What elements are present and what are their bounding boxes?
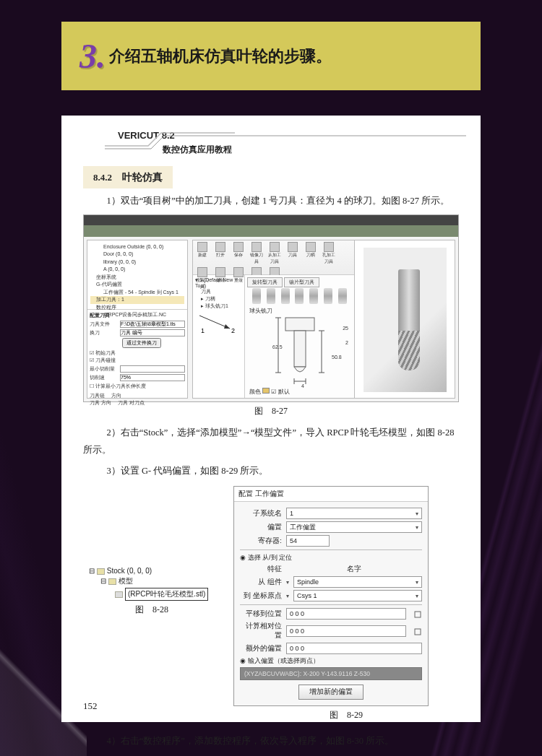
dim-value[interactable]: 25 — [343, 326, 348, 331]
arrow-annotation-icon: 12 — [195, 313, 238, 334]
render-viewport[interactable] — [364, 248, 447, 392]
svg-text:1: 1 — [201, 327, 205, 334]
project-tree-panel: Enclosure Outside (0, 0, 0) Door (0, 0, … — [87, 240, 188, 399]
calc-checkbox[interactable]: ☐ 计算最小刀具长伸长度 — [90, 383, 185, 390]
tree-item[interactable]: library (0, 0, 0) — [90, 258, 184, 266]
tree-node-stock[interactable]: ⊟ Stock (0, 0, 0) — [89, 567, 213, 575]
tool-type-icon[interactable] — [309, 288, 318, 304]
tree-item[interactable]: 坐标系统 — [90, 274, 184, 282]
extra-offset-input[interactable]: 0 0 0 — [286, 643, 422, 654]
add-offset-button[interactable]: 增加新的偏置 — [298, 685, 364, 700]
tree-item[interactable]: 刀具 — [201, 288, 242, 295]
link[interactable]: 方向 — [111, 393, 121, 398]
step-1-text: 1）双击“项目树”中的加工刀具，创建 1 号刀具：直径为 4 的球刀。如图 8-… — [83, 193, 459, 210]
ribbon-icon — [105, 130, 466, 150]
reset-icon[interactable] — [413, 609, 422, 618]
toolbar-button[interactable]: 新建 — [194, 242, 210, 265]
page-header: VERICUT 8.2 数控仿真应用教程 — [83, 130, 459, 152]
dialog-title: 配置 工作偏置 — [234, 487, 428, 502]
toolbar-button[interactable]: 刀具 — [285, 242, 301, 265]
field-label: 寄存器: — [240, 536, 282, 546]
from-component-select[interactable]: Spindle▾ — [293, 576, 422, 588]
field-label: 平移到位置 — [240, 609, 282, 619]
tool-type-icon[interactable] — [324, 288, 332, 304]
field-label: 额外的偏置 — [240, 644, 282, 653]
speed-input[interactable] — [120, 374, 185, 381]
toolbar-button[interactable]: 刀柄 — [303, 242, 319, 265]
tool-type-icon[interactable] — [295, 288, 304, 304]
reset-icon[interactable] — [413, 627, 422, 635]
register-input[interactable]: 54 — [286, 535, 330, 547]
toolbar-button[interactable]: 保存 — [231, 242, 246, 265]
dim-value[interactable]: 62.5 — [272, 344, 283, 349]
tree-item-selected[interactable]: 加工刀具：1 — [90, 296, 184, 304]
tree-item[interactable]: 工作偏置 - 54 - Spindle 到 Csys 1 — [90, 289, 184, 297]
folder-icon — [108, 578, 116, 585]
link[interactable]: 刀具链 — [90, 393, 105, 398]
tool-file-input[interactable] — [120, 321, 185, 328]
subsystem-select[interactable]: 1▾ — [286, 508, 422, 519]
field-label: 刀具文件 — [90, 321, 118, 328]
toolbar-button[interactable]: 镜像刀具 — [249, 242, 264, 265]
tree-node-model[interactable]: ⊟ 模型 — [89, 576, 213, 586]
endmill-3d-icon — [398, 269, 420, 370]
min-cut-input[interactable] — [120, 365, 185, 373]
stock-tree[interactable]: ⊟ Stock (0, 0, 0) ⊟ 模型 (RPCP叶轮毛坯模型.stl) — [83, 567, 213, 601]
project-tree[interactable]: Enclosure Outside (0, 0, 0) Door (0, 0, … — [87, 240, 187, 310]
offset-hint: (XYZABCUVWABC): X-200 Y-143.9116 Z-530 — [240, 667, 422, 680]
section-number: 8.4.2 — [93, 172, 112, 183]
tree-item[interactable]: ▸ 球头铣刀1 — [201, 303, 242, 310]
tree-root[interactable]: ▾ 1 (Default New Tool) — [195, 277, 242, 288]
toolbar-button[interactable]: 打开 — [212, 242, 228, 265]
tool-type-icon[interactable] — [267, 288, 275, 304]
field-label: 从 组件 — [240, 578, 282, 587]
file-change-button[interactable]: 通过文件换刀 — [122, 338, 161, 348]
tool-dimension-diagram — [257, 315, 343, 387]
tool-config-panel: 配置刀具 刀具文件 换刀 通过文件换刀 ☑ 初始刀具 ☑ 刀具碰撞 最小切削量 … — [87, 310, 187, 409]
field-label: 子系统名 — [240, 509, 282, 518]
tree-item[interactable]: A (0, 0, 0) — [90, 266, 184, 274]
tab-insert[interactable]: 镶片型刀具 — [284, 277, 319, 287]
tool-type-icon[interactable] — [252, 288, 261, 304]
tool-manager-panel: 新建 打开 保存 镜像刀具 从加工刀具 刀具 刀柄 孔加工刀具 搜索刀具 撤销 … — [192, 240, 355, 399]
tool-type-icon[interactable] — [281, 288, 290, 304]
dim-value[interactable]: 4 — [301, 383, 304, 388]
tool-drawing-area: 旋转型刀具 镶片型刀具 球头铣刀 — [245, 275, 354, 398]
dim-value[interactable]: 2 — [345, 340, 348, 345]
bottom-tabs: 刀具链 方向 — [90, 392, 185, 399]
checkbox-row[interactable]: ☑ 刀具碰撞 — [90, 357, 185, 364]
tool-type-tabs: 旋转型刀具 镶片型刀具 — [245, 275, 354, 290]
tree-item[interactable]: Enclosure Outside (0, 0, 0) — [90, 243, 184, 251]
tree-item[interactable]: G-代码偏置 — [90, 281, 184, 289]
column-header: 名字 — [286, 565, 422, 574]
tree-node-file[interactable]: (RPCP叶轮毛坯模型.stl) — [89, 588, 213, 601]
offset-select[interactable]: 工作偏置▾ — [286, 521, 422, 533]
tree-item[interactable]: ▸ 刀柄 — [201, 295, 242, 303]
tool-tree[interactable]: ▾ 1 (Default New Tool) 刀具 ▸ 刀柄 ▸ 球头铣刀1 1… — [193, 275, 245, 398]
toolbar-button[interactable]: 从加工刀具 — [267, 242, 283, 265]
checkbox-row[interactable]: ☑ 初始刀具 — [90, 349, 185, 357]
color-picker-row[interactable]: 颜色 ☑ 默认 — [249, 388, 290, 396]
to-csys-select[interactable]: Csys 1▾ — [293, 590, 422, 601]
figure-8-27: Enclosure Outside (0, 0, 0) Door (0, 0, … — [83, 214, 459, 402]
chevron-down-icon: ▾ — [416, 524, 418, 531]
tree-item[interactable]: Door (0, 0, 0) — [90, 251, 184, 258]
folder-icon — [97, 568, 105, 575]
translate-input[interactable]: 0 0 0 — [286, 608, 406, 620]
tool-change-input[interactable] — [120, 329, 185, 336]
relative-input[interactable]: 0 0 0 — [286, 625, 406, 637]
position-mode-radio[interactable]: ◉ 选择 从/到 定位 — [240, 553, 422, 562]
tool-label: 球头铣刀 — [249, 307, 272, 315]
field-label: 最小切削量 — [90, 365, 118, 373]
chevron-down-icon: ▾ — [416, 593, 418, 599]
dim-value[interactable]: 50.8 — [332, 355, 342, 360]
file-icon — [115, 591, 123, 598]
tab-rotary[interactable]: 旋转型刀具 — [247, 277, 283, 287]
link[interactable]: 刀具 方向 — [90, 400, 111, 405]
tool-type-icon[interactable] — [338, 288, 347, 304]
chevron-down-icon: ▾ — [286, 579, 289, 586]
link[interactable]: 刀具 对刀点 — [118, 400, 145, 405]
input-offset-radio[interactable]: ◉ 输入偏置（或选择两点） — [240, 656, 422, 666]
toolbar-button[interactable]: 孔加工刀具 — [321, 242, 337, 265]
section-heading: 8.4.2 叶轮仿真 — [83, 166, 173, 188]
